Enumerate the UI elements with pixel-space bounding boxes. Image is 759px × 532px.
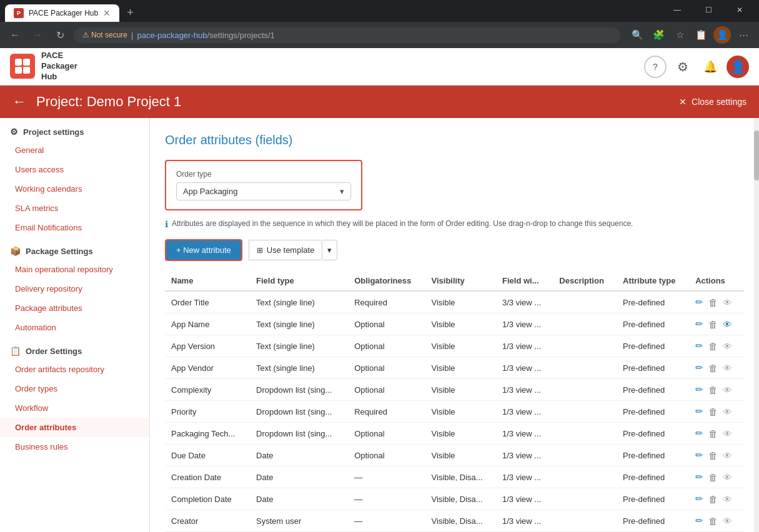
order-type-arrow-icon: ▾ bbox=[340, 187, 344, 196]
settings-button[interactable]: ⚙ bbox=[672, 56, 694, 78]
view-icon[interactable]: 👁 bbox=[723, 472, 732, 483]
view-icon[interactable]: 👁 bbox=[723, 450, 732, 461]
collections-icon[interactable]: 📋 bbox=[692, 26, 710, 44]
cell-actions: ✏ 🗑 👁 bbox=[689, 510, 744, 532]
cell-description bbox=[553, 357, 617, 379]
sidebar-item-automation[interactable]: Automation bbox=[0, 318, 149, 337]
table-body: Order Title Text (single line) Required … bbox=[165, 291, 744, 532]
edit-icon[interactable]: ✏ bbox=[695, 428, 703, 439]
notifications-button[interactable]: 🔔 bbox=[699, 56, 722, 78]
cell-visibility: Visible, Disa... bbox=[425, 510, 497, 532]
scrollbar-thumb[interactable] bbox=[754, 131, 759, 180]
cell-field-type: Text (single line) bbox=[250, 313, 348, 335]
delete-icon[interactable]: 🗑 bbox=[708, 450, 718, 461]
edit-icon[interactable]: ✏ bbox=[695, 297, 703, 308]
col-attribute-type: Attribute type bbox=[617, 271, 689, 291]
scrollbar-track[interactable] bbox=[754, 118, 759, 532]
delete-icon[interactable]: 🗑 bbox=[708, 472, 718, 483]
use-template-dropdown-button[interactable]: ▾ bbox=[322, 240, 337, 260]
project-settings-section: ⚙ Project settings bbox=[0, 118, 149, 140]
extensions-icon[interactable]: 🧩 bbox=[649, 26, 668, 44]
delete-icon[interactable]: 🗑 bbox=[708, 385, 718, 395]
minimize-button[interactable]: — bbox=[663, 0, 692, 20]
edit-icon[interactable]: ✏ bbox=[695, 471, 703, 483]
sidebar-item-working-calendars[interactable]: Working calendars bbox=[0, 179, 149, 199]
view-icon[interactable]: 👁 bbox=[723, 297, 732, 308]
edit-icon[interactable]: ✏ bbox=[695, 493, 703, 505]
close-window-button[interactable]: ✕ bbox=[725, 0, 754, 20]
delete-icon[interactable]: 🗑 bbox=[708, 428, 718, 439]
user-avatar[interactable]: 👤 bbox=[727, 56, 749, 78]
delete-icon[interactable]: 🗑 bbox=[708, 406, 718, 417]
sidebar-item-general[interactable]: General bbox=[0, 140, 149, 160]
search-toolbar-icon[interactable]: 🔍 bbox=[628, 26, 647, 44]
view-icon[interactable]: 👁 bbox=[723, 516, 732, 526]
view-icon[interactable]: 👁 bbox=[723, 494, 732, 505]
project-bar-title: Project: Demo Project 1 bbox=[36, 94, 679, 110]
app-header-icons: ? ⚙ 🔔 👤 bbox=[644, 56, 749, 78]
cell-actions: ✏ 🗑 👁 bbox=[689, 445, 744, 466]
project-back-button[interactable]: ← bbox=[12, 94, 26, 110]
sidebar-item-email-notifications[interactable]: Email Notifications bbox=[0, 218, 149, 237]
view-icon[interactable]: 👁 bbox=[723, 428, 732, 439]
view-icon[interactable]: 👁 bbox=[723, 363, 732, 373]
reload-button[interactable]: ↻ bbox=[51, 26, 69, 44]
cell-description bbox=[553, 313, 617, 335]
sidebar-item-workflow[interactable]: Workflow bbox=[0, 398, 149, 418]
edit-icon[interactable]: ✏ bbox=[695, 318, 703, 330]
edit-icon[interactable]: ✏ bbox=[695, 340, 703, 352]
edit-icon[interactable]: ✏ bbox=[695, 362, 703, 373]
app-header: PACE Packager Hub ? ⚙ 🔔 👤 bbox=[0, 48, 759, 86]
edit-icon[interactable]: ✏ bbox=[695, 384, 703, 395]
order-type-label: Order type bbox=[176, 170, 351, 179]
sidebar-item-package-attributes[interactable]: Package attributes bbox=[0, 298, 149, 318]
help-button[interactable]: ? bbox=[644, 56, 667, 78]
new-tab-button[interactable]: + bbox=[122, 4, 139, 22]
delete-icon[interactable]: 🗑 bbox=[708, 494, 718, 505]
view-icon[interactable]: 👁 bbox=[723, 385, 732, 395]
menu-icon[interactable]: ⋯ bbox=[734, 26, 753, 44]
view-icon[interactable]: 👁 bbox=[723, 406, 732, 417]
delete-icon[interactable]: 🗑 bbox=[708, 516, 718, 526]
order-type-select[interactable]: App Packaging ▾ bbox=[176, 182, 351, 200]
tab-close-button[interactable]: ✕ bbox=[103, 8, 111, 18]
sidebar-item-order-artifacts[interactable]: Order artifacts repository bbox=[0, 360, 149, 379]
browser-tab-active[interactable]: P PACE Packager Hub ✕ bbox=[5, 4, 119, 22]
browser-toolbar: ← → ↻ ⚠ Not secure | pace-packager-hub/s… bbox=[0, 22, 759, 48]
new-attribute-button[interactable]: + New attribute bbox=[165, 239, 242, 261]
cell-description bbox=[553, 423, 617, 445]
sidebar-item-delivery-repository[interactable]: Delivery repository bbox=[0, 279, 149, 298]
order-settings-section: 📋 Order Settings bbox=[0, 337, 149, 360]
maximize-button[interactable]: ☐ bbox=[694, 0, 723, 20]
delete-icon[interactable]: 🗑 bbox=[708, 341, 718, 352]
cell-field-type: Text (single line) bbox=[250, 291, 348, 313]
forward-button[interactable]: → bbox=[29, 26, 46, 44]
sidebar-item-order-attributes[interactable]: Order attributes bbox=[0, 418, 149, 437]
cell-name: Due Date bbox=[165, 445, 250, 466]
view-icon[interactable]: 👁 bbox=[723, 341, 732, 352]
sidebar-item-order-types[interactable]: Order types bbox=[0, 379, 149, 398]
col-name: Name bbox=[165, 271, 250, 291]
cell-field-type: Dropdown list (sing... bbox=[250, 423, 348, 445]
sidebar-item-business-rules[interactable]: Business rules bbox=[0, 437, 149, 456]
profile-icon[interactable]: 👤 bbox=[713, 26, 732, 44]
info-line: ℹ Attributes are displayed in the sequen… bbox=[165, 219, 727, 229]
delete-icon[interactable]: 🗑 bbox=[708, 363, 718, 373]
edit-icon[interactable]: ✏ bbox=[695, 450, 703, 461]
favorites-icon[interactable]: ☆ bbox=[670, 26, 689, 44]
edit-icon[interactable]: ✏ bbox=[695, 406, 703, 417]
close-settings-button[interactable]: ✕ Close settings bbox=[679, 97, 747, 107]
table-row: Complexity Dropdown list (sing... Option… bbox=[165, 379, 744, 401]
view-icon[interactable]: 👁 bbox=[723, 319, 732, 330]
edit-icon[interactable]: ✏ bbox=[695, 515, 703, 526]
cell-field-width: 1/3 view ... bbox=[496, 357, 553, 379]
delete-icon[interactable]: 🗑 bbox=[708, 297, 718, 308]
sidebar-item-sla-metrics[interactable]: SLA metrics bbox=[0, 199, 149, 218]
sidebar-item-users-access[interactable]: Users access bbox=[0, 160, 149, 179]
cell-field-type: Dropdown list (sing... bbox=[250, 401, 348, 423]
address-bar[interactable]: ⚠ Not secure | pace-packager-hub/setting… bbox=[74, 27, 620, 43]
sidebar-item-main-operational[interactable]: Main operational repository bbox=[0, 260, 149, 279]
back-button[interactable]: ← bbox=[6, 26, 24, 44]
delete-icon[interactable]: 🗑 bbox=[708, 319, 718, 330]
use-template-button[interactable]: ⊞ Use template bbox=[249, 240, 323, 260]
